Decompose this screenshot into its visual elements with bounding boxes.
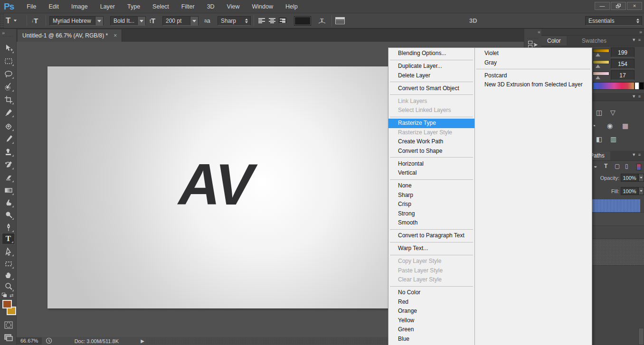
hand-tool[interactable]	[2, 270, 15, 281]
quick-selection-tool[interactable]	[2, 81, 15, 93]
hue-saturation-adjustment-icon[interactable]: ◔	[592, 122, 596, 130]
menu-item-postcard[interactable]: Postcard	[475, 71, 592, 81]
menu-item-orange[interactable]: Orange	[388, 307, 474, 316]
restore-button[interactable]	[611, 2, 626, 10]
foreground-color-swatch[interactable]	[2, 300, 12, 308]
menu-item-blue[interactable]: Blue	[388, 335, 474, 344]
menu-item-no-color[interactable]: No Color	[388, 288, 474, 298]
menu-item-blending-options[interactable]: Blending Options...	[388, 49, 474, 58]
menu-image[interactable]: Image	[65, 0, 94, 13]
eyedropper-tool[interactable]	[2, 107, 15, 118]
menu-item-green[interactable]: Green	[388, 325, 474, 335]
red-slider-handle[interactable]	[596, 53, 600, 56]
menu-item-none[interactable]: None	[388, 181, 474, 191]
black-chip[interactable]	[639, 82, 644, 90]
text-color-swatch[interactable]	[294, 17, 311, 25]
swap-colors-icon[interactable]: ⇄	[9, 293, 13, 298]
menu-item-violet[interactable]: Violet	[475, 49, 592, 58]
green-slider-handle[interactable]	[596, 65, 600, 68]
fill-field[interactable]: 100%	[621, 187, 638, 195]
menu-item-duplicate-layer[interactable]: Duplicate Layer...	[388, 62, 474, 71]
font-style-select[interactable]: Bold It...	[110, 16, 146, 26]
green-value-field[interactable]: 154	[611, 59, 635, 69]
menu-item-crisp[interactable]: Crisp	[388, 200, 474, 209]
color-spectrum-ramp[interactable]	[593, 82, 635, 90]
panel-menu-icon[interactable]: ▼ ≡	[632, 152, 641, 157]
clone-stamp-tool[interactable]	[2, 146, 15, 158]
zoom-tool[interactable]	[2, 281, 15, 292]
menu-filter[interactable]: Filter	[175, 0, 201, 13]
smudge-tool[interactable]	[2, 197, 15, 208]
panel-menu-icon[interactable]: ▼ ≡	[632, 37, 641, 42]
menu-item-convert-to-paragraph-text[interactable]: Convert to Paragraph Text	[388, 231, 474, 241]
fill-dropdown-icon[interactable]	[638, 187, 644, 195]
blue-value-field[interactable]: 17	[611, 70, 635, 80]
toolbar-grip[interactable]	[3, 36, 13, 37]
tab-color[interactable]: Color	[541, 36, 567, 46]
status-flyout-arrow[interactable]: ▶	[141, 338, 144, 344]
document-canvas[interactable]: AV	[47, 66, 388, 308]
minimize-button[interactable]: —	[595, 2, 610, 10]
photo-filter-adjustment-icon[interactable]: ▦	[622, 122, 628, 130]
shape-tool[interactable]	[2, 258, 15, 270]
menu-item-convert-to-shape[interactable]: Convert to Shape	[388, 147, 474, 156]
filter-shape-layers-icon[interactable]: ▢	[615, 163, 620, 169]
workspace-select[interactable]: Essentials	[585, 16, 642, 26]
filter-pixel-layers-icon[interactable]: ◒	[594, 163, 597, 169]
anti-alias-select[interactable]: Sharp	[218, 16, 251, 26]
tab-swatches[interactable]: Swatches	[576, 36, 612, 46]
panel-resize-corner[interactable]	[638, 328, 644, 345]
align-right-button[interactable]	[279, 18, 286, 24]
eraser-tool[interactable]	[2, 172, 15, 183]
dock-grip[interactable]	[527, 37, 539, 39]
menu-item-gray[interactable]: Gray	[475, 58, 592, 68]
green-slider-bar[interactable]	[593, 60, 609, 64]
menu-item-convert-to-smart-object[interactable]: Convert to Smart Object	[388, 84, 474, 93]
filter-type-layers-icon[interactable]: T	[604, 163, 607, 169]
opacity-dropdown-icon[interactable]	[638, 174, 644, 182]
quick-mask-button[interactable]	[2, 319, 15, 331]
panel-menu-icon[interactable]: ▼ ≡	[632, 94, 641, 99]
filter-smart-object-icon[interactable]: ▯	[625, 163, 628, 169]
menu-help[interactable]: Help	[279, 0, 304, 13]
menu-item-delete-layer[interactable]: Delete Layer	[388, 71, 474, 81]
menu-item-create-work-path[interactable]: Create Work Path	[388, 137, 474, 147]
filter-toggle-chip[interactable]	[636, 164, 641, 170]
menu-item-strong[interactable]: Strong	[388, 209, 474, 219]
menu-edit[interactable]: Edit	[42, 0, 65, 13]
pen-tool[interactable]	[2, 222, 15, 233]
align-left-button[interactable]	[258, 18, 265, 24]
font-family-select[interactable]: Myriad Hebrew	[49, 16, 104, 26]
menu-file[interactable]: File	[20, 0, 42, 13]
move-tool[interactable]	[2, 43, 15, 54]
gradient-map-adjustment-icon[interactable]: ◧	[596, 135, 602, 143]
menu-3d[interactable]: 3D	[201, 0, 221, 13]
pattern-adjustment-icon[interactable]: ▥	[610, 135, 616, 143]
levels-adjustment-icon[interactable]: ◫	[596, 109, 602, 116]
menu-item-warp-text[interactable]: Warp Text...	[388, 244, 474, 253]
brush-tool[interactable]	[2, 133, 15, 145]
double-arrow-icon[interactable]: »	[2, 30, 4, 36]
menu-item-sharp[interactable]: Sharp	[388, 191, 474, 200]
menu-item-smooth[interactable]: Smooth	[388, 218, 474, 228]
close-button[interactable]: ×	[627, 2, 642, 10]
menu-item-yellow[interactable]: Yellow	[388, 316, 474, 326]
menu-type[interactable]: Type	[121, 0, 146, 13]
font-size-select[interactable]: 200 pt	[162, 16, 199, 26]
dodge-tool[interactable]	[2, 209, 15, 221]
curves-adjustment-icon[interactable]: ▽	[610, 109, 616, 116]
white-chip[interactable]	[635, 82, 639, 90]
type-tool[interactable]: T	[2, 233, 15, 244]
menu-window[interactable]: Window	[246, 0, 279, 13]
menu-view[interactable]: View	[221, 0, 246, 13]
screen-mode-button[interactable]	[2, 332, 15, 343]
red-slider-bar[interactable]	[593, 49, 609, 53]
options-grip[interactable]	[0, 13, 4, 28]
align-center-button[interactable]	[268, 18, 276, 24]
blue-slider-bar[interactable]	[593, 72, 609, 75]
menu-item-rasterize-type[interactable]: Rasterize Type	[388, 119, 474, 128]
collapse-dock-icon[interactable]: »	[639, 29, 641, 35]
opacity-field[interactable]: 100%	[621, 174, 638, 182]
lasso-tool[interactable]	[2, 68, 15, 80]
crop-tool[interactable]	[2, 94, 15, 105]
